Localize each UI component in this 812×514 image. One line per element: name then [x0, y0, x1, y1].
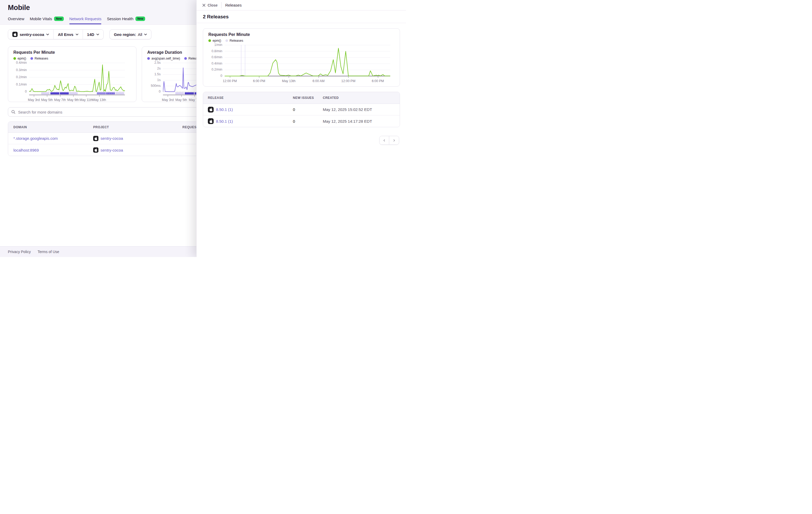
release-bands[interactable] [29, 92, 125, 94]
pagination [203, 136, 400, 145]
panel-header: Close Releases [197, 0, 406, 10]
legend-item[interactable]: epm() [13, 57, 26, 60]
legend-item[interactable]: epm() [208, 39, 221, 42]
apple-icon [93, 136, 98, 141]
project-link[interactable]: sentry-cocoa [100, 148, 123, 152]
column-header-created: Created [323, 96, 400, 100]
tab-network-requests[interactable]: Network Requests [69, 17, 102, 24]
legend-dot-icon [184, 57, 187, 60]
chevron-down-icon [144, 34, 147, 35]
chevron-left-icon [383, 139, 386, 142]
legend-dot-icon [147, 57, 150, 60]
chart-plot-area[interactable] [225, 45, 390, 76]
tab-label: Mobile Vitals [30, 17, 52, 21]
tab-bar: Overview Mobile Vitals New Network Reque… [8, 17, 145, 24]
column-header-new-issues: New Issues [293, 96, 323, 100]
release-version-link[interactable]: 8.50.1 (1) [216, 107, 233, 112]
panel-body: Requests Per Minute epm()Releases 1/min0… [197, 23, 406, 145]
release-created-date: May 12, 2025 15:02:52 EDT [323, 107, 400, 112]
release-created-date: May 12, 2025 14:17:28 EDT [323, 119, 400, 123]
chevron-down-icon [46, 34, 49, 35]
tab-mobile-vitals[interactable]: Mobile Vitals New [30, 17, 64, 24]
release-band[interactable] [60, 92, 69, 94]
x-axis-labels: 12:00 PM6:00 PMMay 13th6:00 AM12:00 PM6:… [225, 79, 390, 84]
legend-dot-icon [208, 39, 211, 42]
environment-filter-label: All Envs [58, 32, 73, 37]
tab-label: Overview [8, 17, 24, 21]
release-band[interactable] [50, 92, 59, 94]
tab-label: Network Requests [69, 17, 102, 21]
tab-overview[interactable]: Overview [8, 17, 24, 24]
geo-region-filter-button[interactable]: Geo region: All [110, 29, 151, 39]
page-filter-group: sentry-cocoa All Envs 14D [8, 29, 104, 39]
next-page-button[interactable] [389, 136, 399, 145]
release-band[interactable] [97, 92, 106, 94]
privacy-policy-link[interactable]: Privacy Policy [8, 250, 31, 254]
release-band[interactable] [185, 92, 194, 94]
chart-body: 1/min0.8/min0.6/min0.4/min0.2/min0 12:00… [208, 45, 395, 84]
legend-dot-icon [30, 57, 33, 60]
apple-icon [93, 147, 98, 153]
close-icon [202, 4, 205, 7]
date-range-filter-button[interactable]: 14D [83, 30, 104, 39]
close-panel-button[interactable]: Close [202, 3, 218, 7]
x-axis-ticks [225, 76, 390, 78]
x-axis-labels: May 3rdMay 5thMay 7thMay 9thMay 11thMay … [29, 98, 125, 102]
previous-page-button[interactable] [379, 136, 389, 145]
new-issues-count: 0 [293, 119, 323, 123]
chart-plot-area[interactable] [29, 63, 125, 92]
legend-item[interactable]: avg(span.self_time) [147, 57, 180, 60]
new-badge: New [54, 17, 64, 21]
chevron-down-icon [76, 34, 79, 35]
column-header-project: Project [93, 125, 182, 129]
search-icon [11, 110, 16, 114]
table-row: 8.50.1 (1) 0 May 12, 2025 15:02:52 EDT [203, 104, 400, 115]
releases-count-heading: 2 Releases [203, 14, 400, 20]
domain-link[interactable]: *.storage.googleapis.com [13, 136, 58, 141]
project-filter-button[interactable]: sentry-cocoa [8, 30, 54, 39]
project-filter-label: sentry-cocoa [20, 32, 44, 37]
panel-heading-section: 2 Releases [197, 10, 406, 23]
chart-legend[interactable]: epm()Releases [208, 39, 395, 42]
chevron-right-icon [393, 139, 396, 142]
releases-table: Release New Issues Created 8.50.1 (1) 0 … [203, 92, 400, 127]
release-band[interactable] [115, 92, 124, 94]
chart-title: Requests Per Minute [13, 50, 131, 55]
chart-body: 0.4/min0.3/min0.2/min0.1/min0 May 3rdMay… [13, 63, 131, 102]
legend-dot-icon [13, 57, 16, 60]
terms-of-use-link[interactable]: Terms of Use [37, 250, 59, 254]
apple-icon [208, 107, 214, 113]
chart-legend[interactable]: epm()Releases [13, 57, 131, 60]
releases-panel: Close Releases 2 Releases Requests Per M… [196, 0, 406, 257]
release-band[interactable] [175, 92, 184, 94]
legend-dot-icon [226, 39, 228, 42]
tab-session-health[interactable]: Session Health New [107, 17, 145, 24]
panel-requests-per-minute-chart-card: Requests Per Minute epm()Releases 1/min0… [203, 28, 400, 87]
new-issues-count: 0 [293, 107, 323, 112]
pagination-group [379, 136, 399, 145]
close-label: Close [208, 3, 218, 7]
release-version-link[interactable]: 8.50.1 (1) [216, 119, 233, 123]
release-band[interactable] [106, 92, 115, 94]
release-band[interactable] [69, 92, 78, 94]
column-header-release: Release [208, 96, 293, 100]
x-axis-ticks [29, 95, 125, 97]
new-badge: New [136, 17, 145, 21]
release-band[interactable] [41, 92, 50, 94]
domain-link[interactable]: localhost:8969 [13, 148, 39, 152]
chevron-down-icon [96, 34, 99, 35]
requests-per-minute-chart-card: Requests Per Minute epm()Releases 0.4/mi… [8, 47, 137, 102]
geo-region-value: All [138, 32, 142, 37]
divider [221, 2, 222, 8]
legend-item[interactable]: Releases [30, 57, 48, 60]
legend-item[interactable]: Releases [226, 39, 243, 42]
panel-title: Releases [225, 3, 242, 7]
project-link[interactable]: sentry-cocoa [100, 136, 123, 141]
tab-label: Session Health [107, 17, 133, 21]
chart-title: Requests Per Minute [208, 32, 395, 37]
geo-region-label: Geo region: [114, 32, 136, 37]
column-header-domain: Domain [13, 125, 93, 129]
apple-icon [208, 118, 214, 124]
environment-filter-button[interactable]: All Envs [54, 30, 83, 39]
date-range-filter-label: 14D [87, 32, 94, 37]
